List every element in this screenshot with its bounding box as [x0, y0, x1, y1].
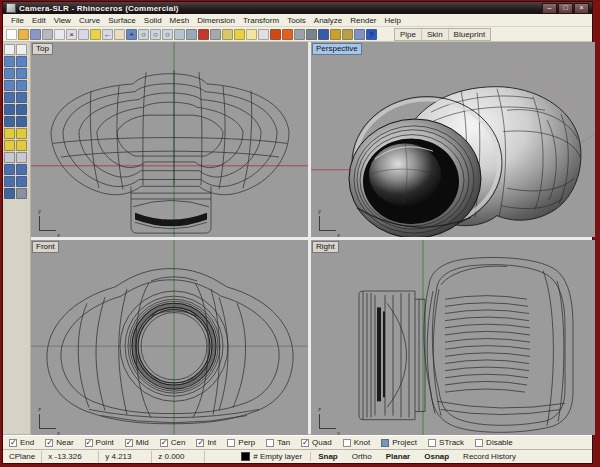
boolean-difference-icon[interactable]	[16, 128, 27, 139]
menu-item[interactable]: Solid	[140, 15, 166, 26]
undo-icon[interactable]: ←	[102, 29, 113, 40]
print-icon[interactable]	[42, 29, 53, 40]
osnap-toggle[interactable]: End	[9, 438, 34, 447]
move-icon[interactable]: +	[126, 29, 137, 40]
zoom-extents-icon[interactable]	[174, 29, 185, 40]
link-icon[interactable]	[354, 29, 365, 40]
viewport-perspective-label[interactable]: Perspective	[312, 43, 362, 55]
plugin-tab[interactable]: Pipe	[395, 29, 422, 40]
open-file-icon[interactable]	[18, 29, 29, 40]
polyline-tool-icon[interactable]	[4, 80, 15, 91]
new-file-icon[interactable]	[6, 29, 17, 40]
menu-item[interactable]: Tools	[283, 15, 310, 26]
render-tool-icon[interactable]	[16, 188, 27, 199]
viewport-top[interactable]: Top	[31, 42, 308, 237]
osnap-checkbox[interactable]	[475, 439, 483, 447]
osnap-checkbox[interactable]	[343, 439, 351, 447]
rectangle-tool-icon[interactable]	[16, 68, 27, 79]
minimize-button[interactable]: –	[542, 3, 557, 14]
box-tool-icon[interactable]	[4, 104, 15, 115]
shaded-viewport-icon[interactable]	[306, 29, 317, 40]
plugin-tab[interactable]: Blueprint	[449, 29, 491, 40]
osnap-toggle[interactable]: Disable	[475, 438, 513, 447]
boolean-union-icon[interactable]	[4, 128, 15, 139]
viewport-perspective[interactable]: Perspective	[311, 42, 595, 237]
osnap-toggle[interactable]: Cen	[160, 438, 186, 447]
viewport-right-label[interactable]: Right	[312, 241, 339, 253]
rendered-viewport-icon[interactable]	[318, 29, 329, 40]
osnap-checkbox[interactable]	[196, 439, 204, 447]
menu-item[interactable]: Analyze	[310, 15, 346, 26]
analyze-tool-icon[interactable]	[4, 188, 15, 199]
zoom-dynamic-icon[interactable]: ○	[138, 29, 149, 40]
fillet-edge-icon[interactable]	[4, 140, 15, 151]
properties-icon[interactable]	[258, 29, 269, 40]
render-icon[interactable]	[270, 29, 281, 40]
osnap-toggle[interactable]: Quad	[301, 438, 332, 447]
viewport-right[interactable]: Right	[311, 240, 595, 435]
menu-item[interactable]: View	[50, 15, 75, 26]
osnap-toggle[interactable]: Knot	[343, 438, 370, 447]
point-tool-icon[interactable]	[16, 44, 27, 55]
array-tool-icon[interactable]	[16, 176, 27, 187]
cut-icon[interactable]: ×	[66, 29, 77, 40]
tube-tool-icon[interactable]	[16, 116, 27, 127]
render-preview-icon[interactable]	[282, 29, 293, 40]
status-pane[interactable]: Osnap	[417, 451, 456, 463]
pan-icon[interactable]	[114, 29, 125, 40]
paste-icon[interactable]	[90, 29, 101, 40]
osnap-checkbox[interactable]	[227, 439, 235, 447]
offset-tool-icon[interactable]	[16, 164, 27, 175]
viewport-top-label[interactable]: Top	[32, 43, 53, 55]
osnap-checkbox[interactable]	[428, 439, 436, 447]
viewport-front[interactable]: Front	[31, 240, 308, 435]
arc-tool-icon[interactable]	[4, 68, 15, 79]
osnap-checkbox[interactable]	[266, 439, 274, 447]
chamfer-edge-icon[interactable]	[16, 140, 27, 151]
show-objects-icon[interactable]	[210, 29, 221, 40]
title-bar[interactable]: Camera-SLR - Rhinoceros (Commercial) – □…	[3, 2, 592, 14]
transform-tool-icon[interactable]	[4, 176, 15, 187]
sphere-tool-icon[interactable]	[16, 104, 27, 115]
surface-tool-icon[interactable]	[4, 92, 15, 103]
osnap-checkbox[interactable]	[9, 439, 17, 447]
wireframe-viewport-icon[interactable]	[294, 29, 305, 40]
rotate-view-icon[interactable]	[222, 29, 233, 40]
lock-objects-icon[interactable]	[234, 29, 245, 40]
osnap-toggle[interactable]: Mid	[125, 438, 149, 447]
menu-item[interactable]: Help	[381, 15, 405, 26]
copy-icon[interactable]	[78, 29, 89, 40]
cplane-button[interactable]: CPlane	[3, 451, 42, 463]
plugin-tab[interactable]: Skin	[422, 29, 449, 40]
osnap-toggle[interactable]: Tan	[266, 438, 290, 447]
menu-item[interactable]: Mesh	[166, 15, 194, 26]
osnap-checkbox[interactable]	[85, 439, 93, 447]
viewport-layout-icon[interactable]	[186, 29, 197, 40]
layer-dialog-icon[interactable]	[246, 29, 257, 40]
menu-item[interactable]: Render	[346, 15, 380, 26]
help-icon[interactable]: ?	[366, 29, 377, 40]
osnap-checkbox[interactable]	[45, 439, 53, 447]
osnap-toggle[interactable]: Perp	[227, 438, 255, 447]
osnap-checkbox[interactable]	[301, 439, 309, 447]
viewport-front-label[interactable]: Front	[32, 241, 59, 253]
copy-detail-icon[interactable]	[54, 29, 65, 40]
hide-objects-icon[interactable]	[198, 29, 209, 40]
osnap-checkbox[interactable]	[125, 439, 133, 447]
status-pane[interactable]: Snap	[311, 451, 345, 463]
zoom-window-icon[interactable]: ○	[150, 29, 161, 40]
menu-item[interactable]: Dimension	[193, 15, 239, 26]
flag-icon[interactable]	[330, 29, 341, 40]
cylinder-tool-icon[interactable]	[4, 116, 15, 127]
options-gears-icon[interactable]	[342, 29, 353, 40]
curve-tool-icon[interactable]	[4, 56, 15, 67]
loft-tool-icon[interactable]	[16, 92, 27, 103]
save-icon[interactable]	[30, 29, 41, 40]
zoom-selected-icon[interactable]: ○	[162, 29, 173, 40]
menu-item[interactable]: Transform	[239, 15, 283, 26]
osnap-toggle[interactable]: STrack	[428, 438, 464, 447]
circle-tool-icon[interactable]	[16, 56, 27, 67]
menu-item[interactable]: Curve	[75, 15, 104, 26]
status-pane[interactable]: Ortho	[345, 451, 379, 463]
join-tool-icon[interactable]	[4, 152, 15, 163]
